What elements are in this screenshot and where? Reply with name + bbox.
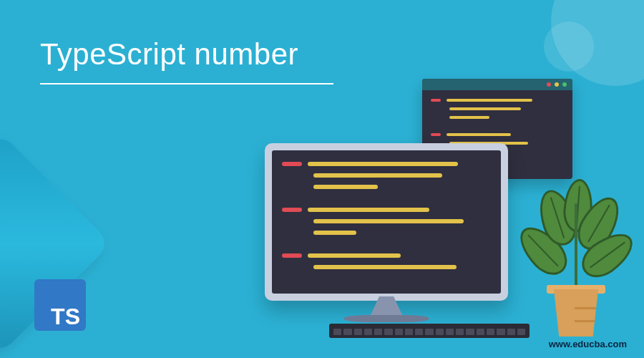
window-dot-yellow xyxy=(555,82,559,87)
typescript-logo-text: TS xyxy=(51,305,80,328)
title-underline xyxy=(40,83,333,84)
plant-illustration xyxy=(530,172,623,337)
monitor-screen xyxy=(272,150,501,294)
window-titlebar xyxy=(422,79,572,90)
monitor xyxy=(265,143,508,301)
keyboard xyxy=(329,324,530,338)
typescript-logo: TS xyxy=(34,279,86,331)
window-dot-green xyxy=(562,82,567,87)
monitor-stand xyxy=(370,296,403,316)
page-title: TypeScript number xyxy=(40,37,298,72)
source-url: www.educba.com xyxy=(549,339,627,349)
window-dot-red xyxy=(547,82,551,87)
decor-circle-small xyxy=(544,21,594,72)
monitor-base xyxy=(343,315,429,322)
